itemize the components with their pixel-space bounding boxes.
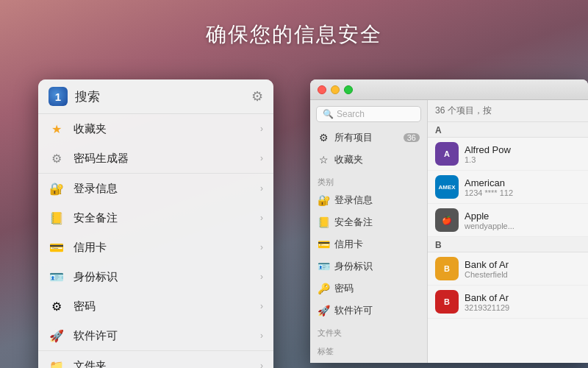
all-items-count: 36 [404,133,420,142]
identities-label: 身份标识 [74,270,260,284]
traffic-lights [318,85,353,94]
bankofar1-name: Bank of Ar [465,259,581,270]
identity-icon: 🪪 [49,269,65,285]
gear-small-icon: ⚙ [49,150,65,166]
sidebar-item-software[interactable]: 🚀 软件许可 [310,300,427,322]
popup-item-folders[interactable]: 📁 文件夹 › [38,351,273,368]
sidebar-item-secure-notes[interactable]: 📒 安全备注 [310,211,427,233]
chevron-icon: › [260,124,263,134]
popup-section-categories: 🔐 登录信息 › 📒 安全备注 › 💳 信用卡 › 🪪 身份标识 › ⚙ 密码 … [38,174,273,351]
credit-cards-label: 信用卡 [74,241,260,255]
credit-cards-label: 信用卡 [334,238,420,251]
software-label: 软件许可 [334,304,420,317]
app-content: 🔍 Search ⚙ 所有项目 36 ☆ 收藏夹 类别 🔐 登录信息 📒 安全备… [310,100,588,363]
page-title: 确保您的信息安全 [0,21,588,49]
popup-item-software[interactable]: 🚀 软件许可 › [38,321,273,350]
popup-item-logins[interactable]: 🔐 登录信息 › [38,174,273,203]
alfred-info: Alfred Pow 1.3 [465,144,581,164]
card-icon: 💳 [49,239,65,255]
login-icon: 🔐 [318,194,329,206]
sidebar-section-tags: 标签 [310,340,427,358]
popup-item-secure-notes[interactable]: 📒 安全备注 › [38,203,273,233]
main-list-header: 36 个项目，按 [428,100,588,122]
sidebar-section-categories: 类别 [310,171,427,189]
apple-name: Apple [465,210,581,222]
maximize-button[interactable] [344,85,353,94]
sidebar-section-folders: 文件夹 [310,322,427,340]
favorites-label: 收藏夹 [334,153,420,166]
bankofar1-icon: B [435,257,459,280]
alfred-icon: A [435,142,459,166]
note-icon: 📒 [318,216,329,228]
login-icon: 🔐 [49,180,65,197]
search-box[interactable]: 🔍 Search [316,106,421,122]
alfred-name: Alfred Pow [465,144,581,155]
sidebar-section-audit: 安全审查 [310,358,427,363]
chevron-icon: › [260,153,263,163]
amex-info: American 1234 **** 112 [465,177,581,197]
chevron-icon: › [260,213,263,223]
popup-section-folders: 📁 文件夹 › 🏷 标签 › [38,351,273,368]
identities-label: 身份标识 [334,260,420,273]
list-item-amex[interactable]: AMEX American 1234 **** 112 [428,171,588,204]
password-gen-label: 密码生成器 [74,152,260,166]
list-item-alfred[interactable]: A Alfred Pow 1.3 [428,138,588,171]
minimize-button[interactable] [331,85,340,94]
app-window: 🔍 Search ⚙ 所有项目 36 ☆ 收藏夹 类别 🔐 登录信息 📒 安全备… [310,79,588,363]
list-item-bankofar1[interactable]: B Bank of Ar Chesterfield [428,252,588,286]
list-item-apple[interactable]: 🍎 Apple wendyapple... [428,204,588,237]
apple-info: Apple wendyapple... [465,210,581,230]
all-items-icon: ⚙ [318,132,329,144]
logins-label: 登录信息 [334,194,420,207]
popup-header: 1 搜索 ⚙ [38,79,273,114]
logins-label: 登录信息 [74,182,260,196]
folder-icon: 📁 [49,358,65,368]
password-icon: 🔑 [318,283,329,294]
popup-section-top: ★ 收藏夹 › ⚙ 密码生成器 › [38,114,273,174]
sidebar-item-passwords[interactable]: 🔑 密码 [310,277,427,300]
popup-item-credit-cards[interactable]: 💳 信用卡 › [38,233,273,262]
sidebar-item-identities[interactable]: 🪪 身份标识 [310,255,427,277]
amex-name: American [465,177,581,188]
folders-label: 文件夹 [74,359,260,369]
software-icon: 🚀 [49,328,65,344]
popup-item-password-gen[interactable]: ⚙ 密码生成器 › [38,144,273,173]
popup-item-identities[interactable]: 🪪 身份标识 › [38,262,273,291]
sidebar-item-favorites[interactable]: ☆ 收藏夹 [310,149,427,171]
apple-sub: wendyapple... [465,222,581,230]
popup-menu: 1 搜索 ⚙ ★ 收藏夹 › ⚙ 密码生成器 › 🔐 登录信息 › 📒 安全备注… [38,79,273,368]
identity-icon: 🪪 [318,261,329,272]
bankofar1-info: Bank of Ar Chesterfield [465,259,581,279]
chevron-icon: › [260,183,263,194]
app-logo: 1 [49,87,68,106]
list-item-bankofar2[interactable]: B Bank of Ar 3219321129 [428,286,588,319]
note-icon: 📒 [49,210,65,226]
secure-notes-label: 安全备注 [334,216,420,229]
popup-item-favorites[interactable]: ★ 收藏夹 › [38,114,273,144]
apple-icon: 🍎 [435,208,459,232]
secure-notes-label: 安全备注 [74,211,260,225]
star-icon: ★ [49,121,65,137]
software-icon: 🚀 [318,305,329,316]
gear-icon[interactable]: ⚙ [251,88,263,105]
password-icon: ⚙ [49,298,65,314]
software-label: 软件许可 [74,329,260,343]
close-button[interactable] [318,85,326,94]
section-header-b: B [428,237,588,252]
amex-sub: 1234 **** 112 [465,188,581,197]
chevron-icon: › [260,361,263,368]
chevron-icon: › [260,330,263,341]
bankofar2-icon: B [435,290,459,314]
sidebar: 🔍 Search ⚙ 所有项目 36 ☆ 收藏夹 类别 🔐 登录信息 📒 安全备… [310,100,428,363]
favorites-label: 收藏夹 [74,122,260,136]
sidebar-item-credit-cards[interactable]: 💳 信用卡 [310,233,427,255]
popup-item-passwords[interactable]: ⚙ 密码 › [38,291,273,321]
sidebar-item-logins[interactable]: 🔐 登录信息 [310,189,427,211]
all-items-label: 所有项目 [334,131,404,144]
sidebar-item-all[interactable]: ⚙ 所有项目 36 [310,127,427,149]
alfred-sub: 1.3 [465,155,581,164]
bankofar2-info: Bank of Ar 3219321129 [465,292,581,312]
favorites-icon: ☆ [318,154,329,166]
card-icon: 💳 [318,238,329,250]
bankofar1-sub: Chesterfield [465,270,581,279]
